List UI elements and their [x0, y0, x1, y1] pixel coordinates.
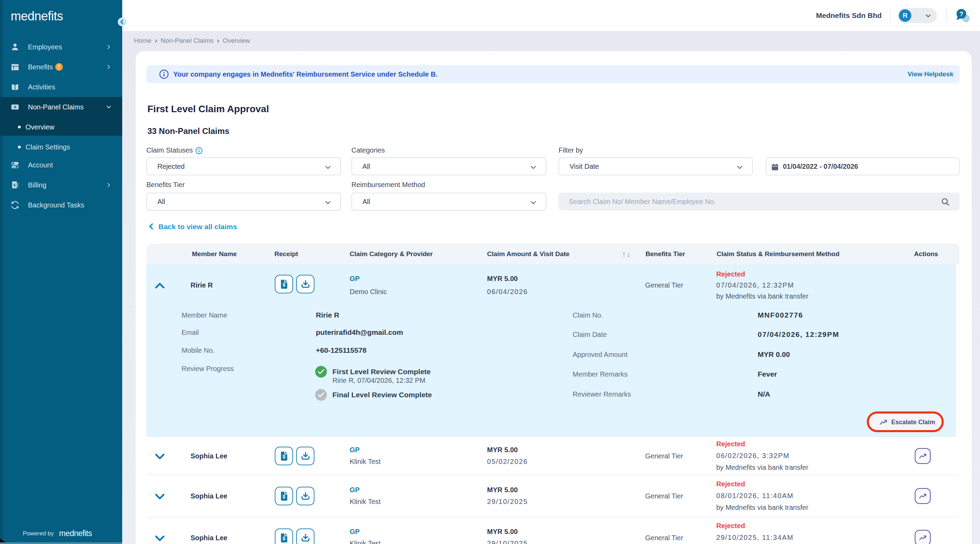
svg-text:$: $: [283, 536, 285, 541]
svg-text:$: $: [283, 454, 285, 460]
svg-text:$: $: [283, 282, 285, 288]
svg-text:$: $: [283, 494, 285, 499]
svg-text:$: $: [13, 183, 16, 187]
svg-text:?: ?: [959, 10, 963, 17]
